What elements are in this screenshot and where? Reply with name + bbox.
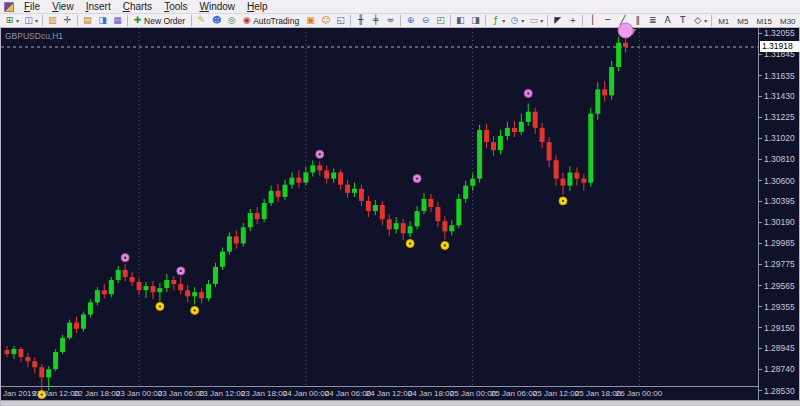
chevron-down-icon: ▾	[35, 17, 38, 24]
menu-bar: FileViewInsertChartsToolsWindowHelp	[0, 0, 800, 14]
templates-icon[interactable]: ▭▾	[526, 14, 545, 27]
app-icon[interactable]	[4, 2, 14, 12]
chevron-down-icon: ▾	[704, 17, 707, 24]
market-icon: ◎	[226, 15, 237, 26]
data-window-icon[interactable]: ◨	[95, 14, 110, 27]
candlestick-chart[interactable]	[1, 28, 758, 386]
metaeditor-icon[interactable]: ✎	[194, 14, 209, 27]
price-tick	[759, 33, 762, 34]
channel-icon[interactable]: ∥	[630, 14, 645, 27]
accounts-icon[interactable]: ☺	[318, 14, 333, 27]
price-axis-label: 1.32055	[764, 28, 795, 38]
crosshair-icon: ＋	[567, 15, 578, 26]
horizontal-line-icon[interactable]: ─	[600, 14, 615, 27]
time-axis[interactable]: 22 Jan 201922 Jan 12:0022 Jan 18:0023 Ja…	[1, 386, 758, 400]
price-tick	[759, 306, 762, 307]
profiles-icon: ◫	[23, 15, 34, 26]
line-chart-icon[interactable]: ≈	[383, 14, 398, 27]
time-axis-label: 23 Jan 18:00	[241, 389, 287, 398]
current-price-box: 1.31918	[760, 41, 800, 52]
fibonacci-icon[interactable]: ≣	[645, 14, 660, 27]
tile-windows-icon[interactable]: ◰	[433, 14, 448, 27]
label-icon[interactable]: T	[675, 14, 690, 27]
chart-shift-icon: ◨	[470, 15, 481, 26]
new-chart-icon[interactable]: ⊞▾	[2, 14, 21, 27]
price-axis-label: 1.30600	[764, 176, 795, 186]
menu-charts[interactable]: Charts	[117, 0, 158, 13]
candlestick-icon[interactable]: ╪	[368, 14, 383, 27]
timeframe-m1-button[interactable]: M1	[715, 15, 732, 27]
timeframe-m15-button[interactable]: M15	[753, 15, 775, 27]
autotrading-button[interactable]: ◉AutoTrading	[239, 14, 303, 27]
price-tick	[759, 369, 762, 370]
menu-bar-items: FileViewInsertChartsToolsWindowHelp	[18, 0, 274, 13]
toolbar-separator	[711, 15, 712, 26]
profiles-icon[interactable]: ◫▾	[21, 14, 40, 27]
menu-view[interactable]: View	[46, 0, 80, 13]
timeframe-m5-button[interactable]: M5	[734, 15, 751, 27]
new-order-button-label: New Order	[144, 16, 185, 26]
zoom-out-icon[interactable]: ⊖	[418, 14, 433, 27]
price-axis-label: 1.31430	[764, 91, 795, 101]
price-tick	[759, 327, 762, 328]
price-axis-label: 1.29565	[764, 281, 795, 291]
price-tick	[759, 264, 762, 265]
chart-window: GBPUSDcu,H1 1.31918 1.320551.318451.3163…	[0, 28, 800, 406]
periods-icon[interactable]: ◷▾	[507, 14, 526, 27]
menu-help[interactable]: Help	[241, 0, 274, 13]
fullscreen-icon[interactable]: ◱	[333, 14, 348, 27]
time-axis-label: 24 Jan 12:00	[366, 389, 412, 398]
price-tick	[759, 222, 762, 223]
navigator-icon: ▦	[112, 15, 123, 26]
crosshair-frame-icon[interactable]: ✛	[60, 14, 75, 27]
bar-chart-icon[interactable]: ╫	[353, 14, 368, 27]
shapes-icon[interactable]: ◇▾	[690, 14, 709, 27]
auto-scroll-icon[interactable]: ◧	[453, 14, 468, 27]
indicators-icon[interactable]: ƒ▾	[488, 14, 507, 27]
new-order-button: ✚	[132, 15, 143, 26]
zoom-out-icon: ⊖	[420, 15, 431, 26]
chevron-down-icon: ▾	[521, 17, 524, 24]
menu-tools[interactable]: Tools	[158, 0, 193, 13]
fibonacci-icon: ≣	[647, 15, 658, 26]
navigator-icon[interactable]: ▦	[110, 14, 125, 27]
price-axis-label: 1.30190	[764, 217, 795, 227]
chart-area[interactable]: GBPUSDcu,H1	[1, 28, 758, 386]
market-watch-icon: ▤	[82, 15, 93, 26]
market-watch-icon[interactable]: ▤	[80, 14, 95, 27]
price-tick	[759, 159, 762, 160]
cursor-icon[interactable]: ◤	[550, 14, 565, 27]
toolbar-separator	[77, 15, 78, 26]
crosshair-icon[interactable]: ＋	[565, 14, 580, 27]
price-tick	[759, 285, 762, 286]
chart-shift-icon[interactable]: ◨	[468, 14, 483, 27]
price-axis[interactable]: 1.31918 1.320551.318451.316351.314301.31…	[758, 28, 800, 400]
price-tick	[759, 117, 762, 118]
time-axis-label: 24 Jan 06:00	[325, 389, 371, 398]
price-tick	[759, 348, 762, 349]
chart-arrow-icon[interactable]: ▥	[45, 14, 60, 27]
timeframe-m30-button[interactable]: M30	[777, 15, 799, 27]
text-icon[interactable]: A	[660, 14, 675, 27]
menu-file[interactable]: File	[18, 0, 46, 13]
price-tick	[759, 96, 762, 97]
price-axis-label: 1.31225	[764, 112, 795, 122]
community-icon: ☻	[211, 15, 222, 26]
price-axis-label: 1.29775	[764, 259, 795, 269]
market-icon[interactable]: ◎	[224, 14, 239, 27]
menu-insert[interactable]: Insert	[80, 0, 117, 13]
new-order-button[interactable]: ✚New Order	[130, 14, 189, 27]
vertical-line-icon: │	[587, 15, 598, 26]
zoom-in-icon[interactable]: ⊕	[403, 14, 418, 27]
price-tick	[759, 390, 762, 391]
terminal-icon[interactable]: ▣	[303, 14, 318, 27]
community-icon[interactable]: ☻	[209, 14, 224, 27]
vertical-line-icon[interactable]: │	[585, 14, 600, 27]
symbol-label: GBPUSDcu,H1	[5, 31, 63, 41]
toolbar-separator	[450, 15, 451, 26]
menu-window[interactable]: Window	[193, 0, 241, 13]
price-axis-label: 1.30395	[764, 196, 795, 206]
indicators-icon: ƒ	[490, 15, 501, 26]
time-axis-label: 23 Jan 06:00	[158, 389, 204, 398]
price-axis-label: 1.29985	[764, 238, 795, 248]
